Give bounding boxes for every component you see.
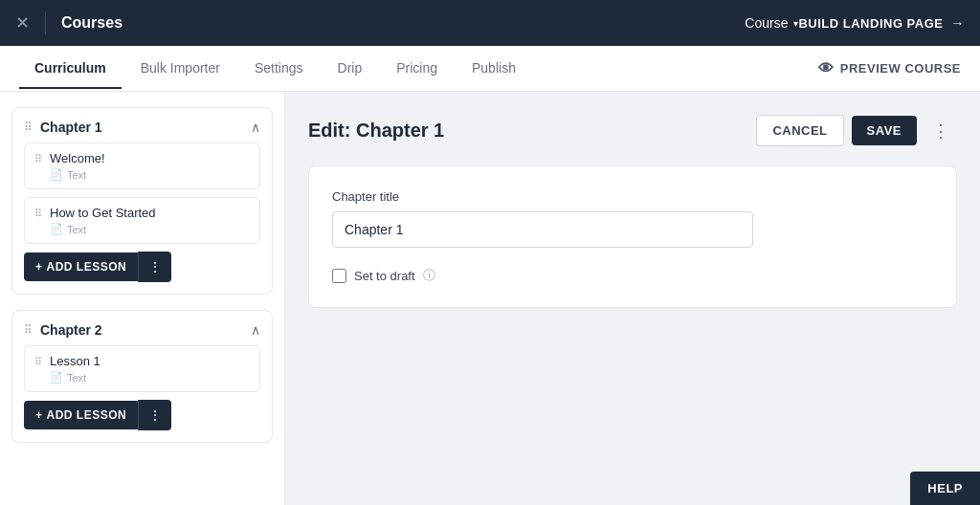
- draft-info-icon[interactable]: ⓘ: [423, 267, 435, 284]
- save-button[interactable]: SAVE: [852, 116, 917, 145]
- chapter-2-name: Chapter 2: [40, 322, 251, 338]
- chapter-2-add-lesson-more-button[interactable]: ⋮: [138, 400, 171, 430]
- draft-label: Set to draft: [354, 269, 415, 283]
- chapter-2-collapse-icon[interactable]: ∧: [251, 322, 260, 338]
- preview-course-button[interactable]: 👁 PREVIEW COURSE: [818, 60, 961, 77]
- top-bar-divider: [45, 11, 46, 34]
- lesson-how-to-get-started[interactable]: ⠿ How to Get Started 📄 Text: [24, 197, 260, 244]
- tab-settings[interactable]: Settings: [239, 49, 319, 89]
- top-bar: ✕ Courses Course ▾ BUILD LANDING PAGE →: [0, 0, 980, 46]
- tab-bulk-importer[interactable]: Bulk Importer: [125, 49, 235, 89]
- draft-row: Set to draft ⓘ: [332, 267, 933, 284]
- plus-icon-2: +: [35, 408, 43, 422]
- lesson-how-to-get-started-title: How to Get Started: [50, 206, 250, 220]
- lesson-1-type: 📄 Text: [50, 371, 250, 384]
- more-options-button[interactable]: ⋮: [924, 117, 957, 145]
- edit-panel-title: Edit: Chapter 1: [308, 120, 756, 142]
- lesson-1[interactable]: ⠿ Lesson 1 📄 Text: [24, 345, 260, 392]
- chapter-1-drag-handle[interactable]: ⠿: [24, 121, 33, 134]
- chapter-2-drag-handle[interactable]: ⠿: [24, 323, 33, 337]
- cancel-button[interactable]: CANCEL: [756, 115, 843, 146]
- chapter-2-add-lesson-row: + ADD LESSON ⋮: [24, 400, 260, 430]
- chapter-1-name: Chapter 1: [40, 120, 251, 135]
- app-title: Courses: [61, 14, 745, 32]
- lesson-welcome[interactable]: ⠿ Welcome! 📄 Text: [24, 143, 260, 189]
- chapter-2-add-lesson-button[interactable]: + ADD LESSON: [24, 401, 138, 429]
- course-dropdown[interactable]: Course ▾: [745, 15, 798, 31]
- edit-panel-header: Edit: Chapter 1 CANCEL SAVE ⋮: [308, 115, 957, 146]
- lesson-welcome-type: 📄 Text: [50, 168, 250, 181]
- nav-tabs: Curriculum Bulk Importer Settings Drip P…: [0, 46, 980, 92]
- plus-icon: +: [35, 260, 43, 274]
- tab-publish[interactable]: Publish: [457, 49, 531, 89]
- chapter-1-block: ⠿ Chapter 1 ∧ ⠿ Welcome! 📄 Text ⠿: [11, 107, 273, 295]
- lesson-how-to-get-started-type: 📄 Text: [50, 223, 250, 235]
- arrow-icon: →: [951, 15, 966, 31]
- edit-panel: Edit: Chapter 1 CANCEL SAVE ⋮ Chapter ti…: [285, 92, 980, 505]
- lesson-welcome-title: Welcome!: [50, 151, 250, 165]
- set-to-draft-checkbox[interactable]: [332, 269, 346, 283]
- build-landing-button[interactable]: BUILD LANDING PAGE →: [798, 15, 965, 31]
- chapter-1-add-lesson-more-button[interactable]: ⋮: [138, 252, 171, 282]
- text-icon-3: 📄: [50, 371, 63, 384]
- lesson-welcome-drag-handle[interactable]: ⠿: [34, 153, 42, 165]
- main-layout: ⠿ Chapter 1 ∧ ⠿ Welcome! 📄 Text ⠿: [0, 92, 980, 505]
- chapter-2-header: ⠿ Chapter 2 ∧: [24, 322, 260, 338]
- tab-drip[interactable]: Drip: [323, 49, 378, 89]
- close-icon[interactable]: ✕: [15, 12, 30, 33]
- chapter-1-header: ⠿ Chapter 1 ∧: [24, 120, 260, 135]
- eye-icon: 👁: [818, 60, 835, 77]
- edit-panel-actions: CANCEL SAVE ⋮: [756, 115, 957, 146]
- edit-form-card: Chapter title Set to draft ⓘ: [308, 165, 957, 308]
- chapter-1-collapse-icon[interactable]: ∧: [251, 120, 260, 135]
- lesson-welcome-content: Welcome! 📄 Text: [50, 151, 250, 181]
- text-icon: 📄: [50, 168, 63, 181]
- sidebar: ⠿ Chapter 1 ∧ ⠿ Welcome! 📄 Text ⠿: [0, 92, 285, 505]
- text-icon-2: 📄: [50, 223, 63, 235]
- lesson-how-to-get-started-content: How to Get Started 📄 Text: [50, 206, 250, 235]
- help-button[interactable]: HELP: [910, 472, 980, 505]
- chapter-1-add-lesson-row: + ADD LESSON ⋮: [24, 252, 260, 282]
- tab-curriculum[interactable]: Curriculum: [19, 49, 122, 89]
- lesson-1-drag-handle[interactable]: ⠿: [34, 356, 42, 368]
- chapter-2-block: ⠿ Chapter 2 ∧ ⠿ Lesson 1 📄 Text +: [11, 310, 273, 443]
- chapter-1-add-lesson-button[interactable]: + ADD LESSON: [24, 252, 138, 281]
- chapter-title-label: Chapter title: [332, 189, 933, 204]
- lesson-how-to-get-started-drag-handle[interactable]: ⠿: [34, 208, 42, 220]
- lesson-1-title: Lesson 1: [50, 354, 250, 368]
- tab-pricing[interactable]: Pricing: [381, 49, 453, 89]
- lesson-1-content: Lesson 1 📄 Text: [50, 354, 250, 384]
- chapter-title-input[interactable]: [332, 211, 753, 248]
